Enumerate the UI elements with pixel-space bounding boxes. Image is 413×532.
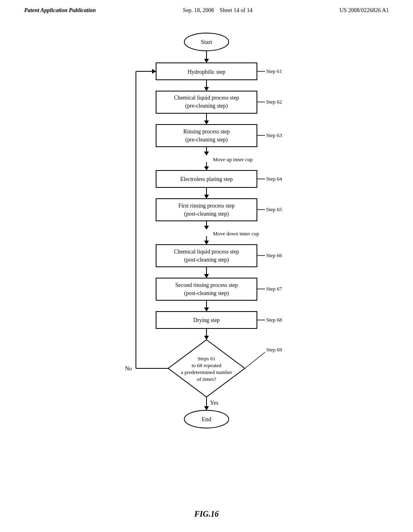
page-header: Patent Application Publication Sep. 18, … xyxy=(0,0,413,18)
svg-marker-2 xyxy=(204,59,209,63)
svg-marker-6 xyxy=(204,87,209,91)
svg-text:Second rinsing process step: Second rinsing process step xyxy=(175,282,238,288)
svg-rect-26 xyxy=(156,199,257,221)
svg-marker-12 xyxy=(204,121,209,125)
end-label: End xyxy=(202,416,212,422)
svg-text:a predetermined number: a predetermined number xyxy=(181,369,232,375)
svg-text:Chemical liquid process step: Chemical liquid process step xyxy=(174,95,239,101)
svg-text:Steps 61: Steps 61 xyxy=(198,355,215,362)
svg-text:First rinsing process step: First rinsing process step xyxy=(178,203,235,209)
svg-marker-33 xyxy=(204,241,209,245)
svg-marker-45 xyxy=(204,308,209,312)
step62-num: Step 62 xyxy=(266,99,282,105)
step67-num: Step 67 xyxy=(266,286,282,292)
svg-text:Chemical liquid process step: Chemical liquid process step xyxy=(174,249,239,255)
step64-num: Step 64 xyxy=(266,176,282,182)
svg-text:to 68 repeated: to 68 repeated xyxy=(192,362,221,368)
svg-marker-50 xyxy=(204,336,209,340)
svg-rect-13 xyxy=(156,125,257,147)
svg-marker-18 xyxy=(204,152,209,156)
svg-marker-51 xyxy=(168,340,245,397)
step63-num: Step 63 xyxy=(266,132,282,138)
yes-label: Yes xyxy=(210,400,218,406)
step69-num: Step 69 xyxy=(266,347,282,353)
no-label: No xyxy=(125,366,132,372)
figure-title: FIG.16 xyxy=(194,509,219,519)
move-down-label: Move down inner cup xyxy=(213,231,259,237)
svg-marker-31 xyxy=(204,226,209,230)
patent-number: US 2008/0226826 A1 xyxy=(340,7,389,14)
main-content: Start Hydrophilic step Step 61 Chemical … xyxy=(0,18,413,527)
svg-text:Drying step: Drying step xyxy=(193,317,220,323)
svg-marker-39 xyxy=(204,274,209,278)
svg-text:(post-cleaning step): (post-cleaning step) xyxy=(184,257,229,263)
svg-text:(pre-cleaning step): (pre-cleaning step) xyxy=(185,103,228,109)
svg-text:of times?: of times? xyxy=(197,376,216,382)
svg-text:Rinsing process step: Rinsing process step xyxy=(183,129,229,135)
svg-marker-25 xyxy=(204,195,209,199)
svg-marker-20 xyxy=(204,166,209,170)
step66-num: Step 66 xyxy=(266,252,282,258)
svg-rect-34 xyxy=(156,245,257,267)
svg-text:(post-cleaning step): (post-cleaning step) xyxy=(184,290,229,297)
flowchart-diagram: Start Hydrophilic step Step 61 Chemical … xyxy=(94,30,319,497)
step65-num: Step 65 xyxy=(266,206,282,212)
publication-label: Patent Application Publication xyxy=(24,7,96,14)
svg-rect-40 xyxy=(156,278,257,300)
start-label: Start xyxy=(201,39,213,45)
svg-text:(pre-cleaning step): (pre-cleaning step) xyxy=(185,137,228,143)
move-up-label: Move up inner cup xyxy=(213,156,253,162)
svg-marker-60 xyxy=(152,69,156,74)
svg-line-56 xyxy=(245,352,265,368)
svg-marker-62 xyxy=(204,406,209,410)
step61-label: Hydrophilic step xyxy=(188,69,225,75)
svg-text:Electroless plating step: Electroless plating step xyxy=(180,176,233,182)
step61-num: Step 61 xyxy=(266,68,282,74)
step68-num: Step 68 xyxy=(266,317,282,323)
date-label: Sep. 18, 2008 Sheet 14 of 14 xyxy=(183,7,252,14)
svg-text:(post-cleaning step): (post-cleaning step) xyxy=(184,211,229,217)
